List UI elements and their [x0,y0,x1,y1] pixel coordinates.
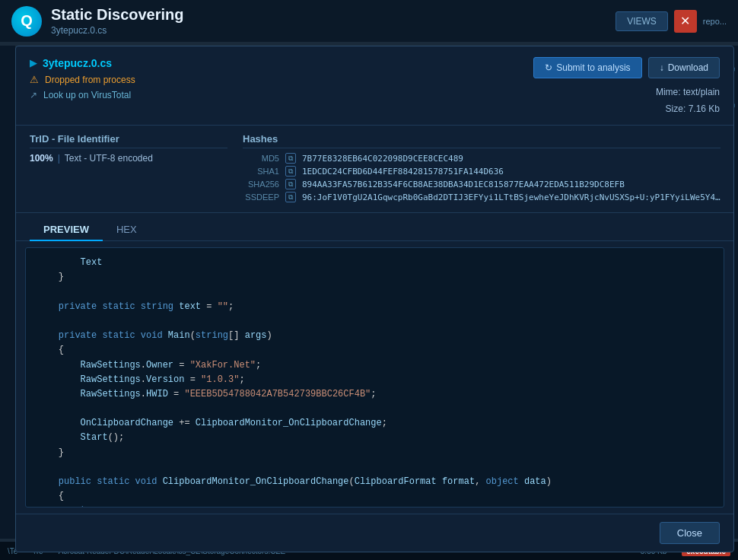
file-chevron-icon: ▶ [30,58,37,68]
dropped-from-process-row: ⚠ Dropped from process [30,74,135,85]
hash-row-md5: MD5 ⧉ 7B77E8328EB64C022098D9CEE8CEC489 [243,153,721,164]
submit-to-analysis-button[interactable]: ↻ Submit to analysis [533,57,641,78]
file-name: 3ytepucz.0.cs [43,57,112,69]
main-modal: ▶ 3ytepucz.0.cs ⚠ Dropped from process ↗… [15,46,734,552]
hash-row-sha1: SHA1 ⧉ 1EDCDC24CFBD6D44FEF884281578751FA… [243,166,721,177]
submit-icon: ↻ [545,62,552,73]
hash-row-sha256: SHA256 ⧉ 894AA33FA57B612B354F6CB8AE38DBA… [243,179,721,189]
file-name-row: ▶ 3ytepucz.0.cs [30,57,135,69]
code-area: Text } private static string text = ""; … [25,247,724,508]
file-header: ▶ 3ytepucz.0.cs ⚠ Dropped from process ↗… [16,46,733,126]
warning-icon: ⚠ [30,74,39,85]
hash-label-md5: MD5 [243,154,279,163]
trid-title: TrID - File Identifier [30,133,227,148]
trid-sep: | [58,153,60,164]
virustotal-label: Look up on VirusTotal [43,90,131,100]
trid-entry-0: 100% | Text - UTF-8 encoded [30,153,227,164]
hash-value-sha256: 894AA33FA57B612B354F6CB8AE38DBA34D1EC815… [302,180,625,189]
code-scroll[interactable]: Text } private static string text = ""; … [26,248,724,507]
download-label: Download [668,62,708,73]
trid-box: TrID - File Identifier 100% | Text - UTF… [30,133,227,205]
hash-value-sha1: 1EDCDC24CFBD6D44FEF884281578751FA144D636 [302,167,504,177]
hashes-title: Hashes [243,133,721,148]
app-title: Static Discovering [51,6,184,24]
code-content: Text } private static string text = ""; … [37,256,713,507]
app-subtitle: 3ytepucz.0.cs [51,25,184,36]
copy-ssdeep-button[interactable]: ⧉ [285,192,296,202]
copy-sha256-button[interactable]: ⧉ [285,179,296,189]
views-button[interactable]: VIEWS [616,11,668,31]
top-bar: Q Static Discovering 3ytepucz.0.cs VIEWS… [0,0,738,42]
tab-hex[interactable]: HEX [103,219,151,241]
hash-value-ssdeep: 96:JoF1V0TgU2A1GqwcpRb0GaBd2DTIJ3EFYyi1L… [302,192,721,202]
file-info-right: ↻ Submit to analysis ↓ Download Mime: te… [533,57,720,117]
file-meta: Mime: text/plain Size: 7.16 Kb [656,84,720,117]
virustotal-arrow-icon: ↗ [30,90,37,100]
close-window-button[interactable]: ✕ [674,10,697,33]
hash-row-ssdeep: SSDEEP ⧉ 96:JoF1V0TgU2A1GqwcpRb0GaBd2DTI… [243,192,721,202]
mime-row: Mime: text/plain [656,84,720,101]
download-button[interactable]: ↓ Download [648,57,720,78]
hash-label-ssdeep: SSDEEP [243,192,279,202]
close-modal-button[interactable]: Close [660,522,720,544]
hash-label-sha256: SHA256 [243,180,279,189]
hash-label-sha1: SHA1 [243,167,279,176]
app-title-group: Static Discovering 3ytepucz.0.cs [51,6,184,36]
hash-value-md5: 7B77E8328EB64C022098D9CEE8CEC489 [302,154,463,164]
top-bar-right: VIEWS ✕ repo... [616,10,727,33]
app-logo: Q [11,6,42,37]
info-section: TrID - File Identifier 100% | Text - UTF… [16,126,733,213]
trid-percent: 100% [30,153,53,164]
size-row: Size: 7.16 Kb [656,101,720,118]
left-panel-edge [0,46,15,539]
submit-label: Submit to analysis [556,62,630,73]
copy-md5-button[interactable]: ⧉ [285,153,296,164]
hashes-box: Hashes MD5 ⧉ 7B77E8328EB64C022098D9CEE8C… [243,133,721,205]
report-label: repo... [703,17,727,26]
tab-preview[interactable]: PREVIEW [30,219,103,241]
trid-desc: Text - UTF-8 encoded [65,153,153,164]
virustotal-row[interactable]: ↗ Look up on VirusTotal [30,90,135,100]
dropped-label: Dropped from process [45,75,135,85]
download-icon: ↓ [660,62,664,73]
file-action-buttons: ↻ Submit to analysis ↓ Download [533,57,720,78]
tabs-bar: PREVIEW HEX [16,213,733,241]
modal-footer: Close [16,514,733,552]
copy-sha1-button[interactable]: ⧉ [285,166,296,177]
file-info-left: ▶ 3ytepucz.0.cs ⚠ Dropped from process ↗… [30,57,135,100]
